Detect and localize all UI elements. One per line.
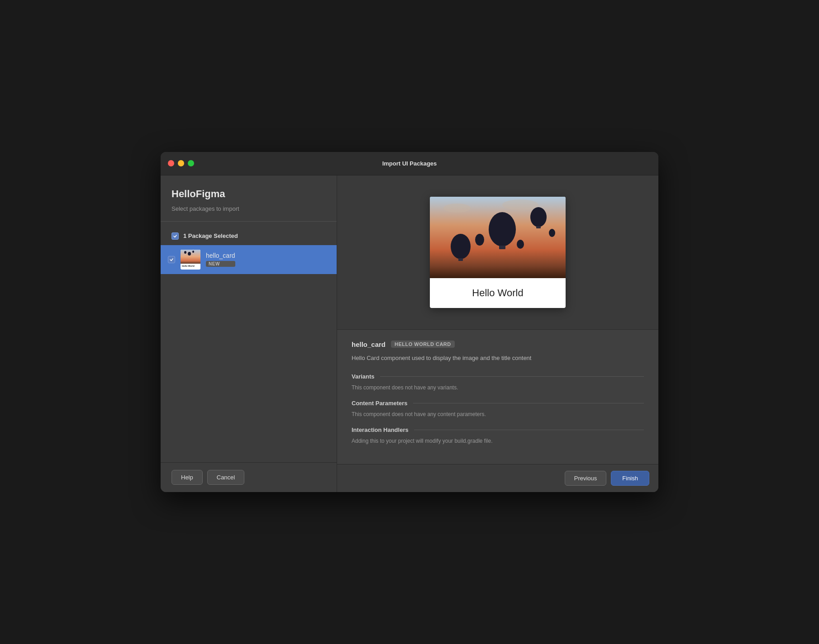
select-all-checkbox[interactable] [171,232,179,240]
cancel-button[interactable]: Cancel [207,470,244,485]
content-params-content: This component does not have any content… [352,411,644,417]
svg-rect-4 [458,258,463,261]
content-params-title: Content Parameters [352,400,408,407]
titlebar: Import UI Packages [161,152,658,175]
previous-button[interactable]: Previous [565,471,607,486]
sidebar-footer: Help Cancel [161,462,337,492]
sidebar: HelloFigma Select packages to import 1 P… [161,175,337,492]
interaction-title: Interaction Handlers [352,426,409,433]
select-all-label: 1 Package Selected [183,232,238,239]
maximize-button[interactable] [188,160,194,166]
package-list: Hello World hello_card NEW [161,245,337,463]
finish-button[interactable]: Finish [611,471,649,486]
variants-title: Variants [352,373,375,380]
sidebar-header: HelloFigma Select packages to import [161,175,337,221]
card-preview: Hello World [430,197,566,308]
card-image [430,197,566,278]
svg-point-11 [549,229,555,237]
close-button[interactable] [168,160,174,166]
svg-point-2 [502,199,538,210]
package-thumbnail: Hello World [181,250,200,270]
select-all-row[interactable]: 1 Package Selected [161,229,337,245]
main-window: Import UI Packages HelloFigma Select pac… [161,152,658,492]
window-title: Import UI Packages [382,160,437,167]
card-title-text: Hello World [430,278,566,308]
content-params-header: Content Parameters [352,400,644,407]
svg-point-10 [517,240,524,249]
help-button[interactable]: Help [171,470,203,485]
svg-point-7 [530,207,547,227]
interaction-section: Interaction Handlers Adding this to your… [352,426,644,444]
detail-area: hello_card HELLO WORLD CARD Hello Card c… [337,329,658,464]
interaction-content: Adding this to your project will modify … [352,438,644,444]
variants-section: Variants This component does not have an… [352,373,644,391]
package-item-hello-card[interactable]: Hello World hello_card NEW [161,245,337,274]
variants-header: Variants [352,373,644,380]
footer-right: Previous Finish [565,471,649,486]
svg-rect-6 [499,246,505,249]
detail-description: Hello Card component used to display the… [352,354,644,363]
svg-point-3 [451,234,471,259]
variants-content: This component does not have any variant… [352,384,644,391]
content-params-divider [413,403,644,403]
interaction-divider [414,430,644,430]
package-info: hello_card NEW [206,252,235,267]
footer-bar: Previous Finish [337,464,658,492]
sidebar-subtitle: Select packages to import [171,205,326,212]
thumb-label: Hello World [181,264,200,268]
content-panel: Hello World hello_card HELLO WORLD CARD … [337,175,658,492]
minimize-button[interactable] [178,160,184,166]
svg-rect-8 [536,226,541,228]
content-params-section: Content Parameters This component does n… [352,400,644,417]
svg-point-9 [475,234,484,246]
svg-point-5 [489,212,516,246]
detail-component-name: hello_card [352,341,386,348]
app-title: HelloFigma [171,188,326,200]
traffic-lights [168,160,194,166]
interaction-header: Interaction Handlers [352,426,644,433]
variants-divider [380,376,644,377]
detail-tag: HELLO WORLD CARD [391,341,455,348]
svg-point-1 [443,204,471,213]
package-name: hello_card [206,252,235,259]
preview-area: Hello World [337,175,658,329]
detail-header: hello_card HELLO WORLD CARD [352,341,644,348]
sidebar-divider [161,221,337,222]
package-badge: NEW [206,261,235,267]
main-layout: HelloFigma Select packages to import 1 P… [161,175,658,492]
package-checkbox[interactable] [168,256,175,263]
